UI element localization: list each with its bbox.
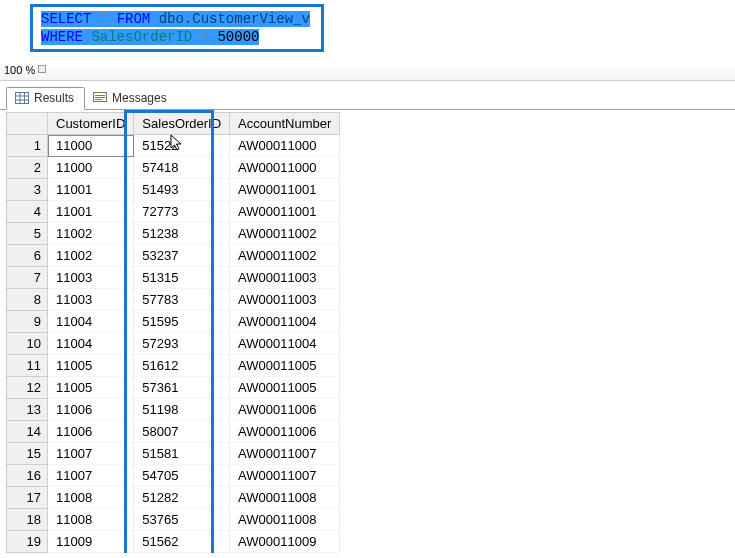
row-header[interactable]: 15	[7, 443, 48, 465]
cell[interactable]: 51238	[134, 223, 230, 245]
cell[interactable]: AW00011007	[230, 465, 340, 487]
cell[interactable]: 11004	[48, 311, 134, 333]
table-row[interactable]: 141100658007AW00011006	[7, 421, 340, 443]
cell[interactable]: 51493	[134, 179, 230, 201]
table-row[interactable]: 161100754705AW00011007	[7, 465, 340, 487]
cell[interactable]: AW00011002	[230, 223, 340, 245]
row-header[interactable]: 2	[7, 157, 48, 179]
row-header[interactable]: 13	[7, 399, 48, 421]
cell[interactable]: 11002	[48, 245, 134, 267]
cell[interactable]: 11005	[48, 355, 134, 377]
cell[interactable]: AW00011001	[230, 201, 340, 223]
table-row[interactable]: 101100457293AW00011004	[7, 333, 340, 355]
cell[interactable]: 72773	[134, 201, 230, 223]
table-row[interactable]: 61100253237AW00011002	[7, 245, 340, 267]
table-row[interactable]: 21100057418AW00011000	[7, 157, 340, 179]
cell[interactable]: 11001	[48, 179, 134, 201]
table-row[interactable]: 11100051522AW00011000	[7, 135, 340, 157]
row-header[interactable]: 5	[7, 223, 48, 245]
cell[interactable]: 58007	[134, 421, 230, 443]
col-header-accountnumber[interactable]: AccountNumber	[230, 113, 340, 135]
cell[interactable]: 11008	[48, 509, 134, 531]
cell[interactable]: AW00011005	[230, 377, 340, 399]
table-row[interactable]: 171100851282AW00011008	[7, 487, 340, 509]
cell[interactable]: AW00011003	[230, 267, 340, 289]
cell[interactable]: 11009	[48, 531, 134, 553]
row-header[interactable]: 12	[7, 377, 48, 399]
cell[interactable]: AW00011000	[230, 135, 340, 157]
cell[interactable]: AW00011009	[230, 531, 340, 553]
table-row[interactable]: 71100351315AW00011003	[7, 267, 340, 289]
row-header[interactable]: 3	[7, 179, 48, 201]
table-row[interactable]: 51100251238AW00011002	[7, 223, 340, 245]
corner-header[interactable]	[7, 113, 48, 135]
sql-editor[interactable]: SELECT * FROM dbo.CustomerView_v WHERE S…	[0, 0, 735, 62]
cell[interactable]: 51522	[134, 135, 230, 157]
row-header[interactable]: 8	[7, 289, 48, 311]
zoom-level[interactable]: 100 %	[0, 62, 735, 81]
col-header-salesorderid[interactable]: SalesOrderID	[134, 113, 230, 135]
cell[interactable]: AW00011002	[230, 245, 340, 267]
cell[interactable]: 54705	[134, 465, 230, 487]
cell[interactable]: 11000	[48, 135, 134, 157]
cell[interactable]: 51315	[134, 267, 230, 289]
row-header[interactable]: 18	[7, 509, 48, 531]
table-row[interactable]: 41100172773AW00011001	[7, 201, 340, 223]
row-header[interactable]: 19	[7, 531, 48, 553]
cell[interactable]: 51282	[134, 487, 230, 509]
row-header[interactable]: 14	[7, 421, 48, 443]
tab-messages[interactable]: Messages	[85, 88, 177, 109]
cell[interactable]: 11003	[48, 267, 134, 289]
cell[interactable]: AW00011008	[230, 487, 340, 509]
cell[interactable]: AW00011006	[230, 421, 340, 443]
table-row[interactable]: 121100557361AW00011005	[7, 377, 340, 399]
results-grid[interactable]: CustomerID SalesOrderID AccountNumber 11…	[6, 112, 340, 553]
cell[interactable]: AW00011005	[230, 355, 340, 377]
cell[interactable]: 11008	[48, 487, 134, 509]
row-header[interactable]: 4	[7, 201, 48, 223]
cell[interactable]: 11003	[48, 289, 134, 311]
cell[interactable]: 11004	[48, 333, 134, 355]
cell[interactable]: AW00011004	[230, 333, 340, 355]
table-row[interactable]: 191100951562AW00011009	[7, 531, 340, 553]
cell[interactable]: 51612	[134, 355, 230, 377]
cell[interactable]: AW00011006	[230, 399, 340, 421]
cell[interactable]: 11006	[48, 421, 134, 443]
cell[interactable]: 11006	[48, 399, 134, 421]
table-row[interactable]: 131100651198AW00011006	[7, 399, 340, 421]
col-header-customerid[interactable]: CustomerID	[48, 113, 134, 135]
row-header[interactable]: 1	[7, 135, 48, 157]
cell[interactable]: 51595	[134, 311, 230, 333]
table-row[interactable]: 81100357783AW00011003	[7, 289, 340, 311]
cell[interactable]: 51198	[134, 399, 230, 421]
cell[interactable]: 51562	[134, 531, 230, 553]
table-row[interactable]: 111100551612AW00011005	[7, 355, 340, 377]
cell[interactable]: 57418	[134, 157, 230, 179]
cell[interactable]: 57783	[134, 289, 230, 311]
cell[interactable]: 53765	[134, 509, 230, 531]
cell[interactable]: 53237	[134, 245, 230, 267]
cell[interactable]: 11007	[48, 443, 134, 465]
row-header[interactable]: 16	[7, 465, 48, 487]
row-header[interactable]: 7	[7, 267, 48, 289]
cell[interactable]: 51581	[134, 443, 230, 465]
row-header[interactable]: 6	[7, 245, 48, 267]
table-row[interactable]: 151100751581AW00011007	[7, 443, 340, 465]
cell[interactable]: AW00011001	[230, 179, 340, 201]
cell[interactable]: 11002	[48, 223, 134, 245]
table-row[interactable]: 91100451595AW00011004	[7, 311, 340, 333]
cell[interactable]: 57361	[134, 377, 230, 399]
cell[interactable]: AW00011004	[230, 311, 340, 333]
cell[interactable]: 11001	[48, 201, 134, 223]
table-row[interactable]: 31100151493AW00011001	[7, 179, 340, 201]
row-header[interactable]: 11	[7, 355, 48, 377]
row-header[interactable]: 10	[7, 333, 48, 355]
cell[interactable]: AW00011007	[230, 443, 340, 465]
cell[interactable]: 11000	[48, 157, 134, 179]
cell[interactable]: AW00011003	[230, 289, 340, 311]
table-row[interactable]: 181100853765AW00011008	[7, 509, 340, 531]
cell[interactable]: 11007	[48, 465, 134, 487]
row-header[interactable]: 9	[7, 311, 48, 333]
tab-results[interactable]: Results	[6, 87, 85, 110]
cell[interactable]: AW00011008	[230, 509, 340, 531]
